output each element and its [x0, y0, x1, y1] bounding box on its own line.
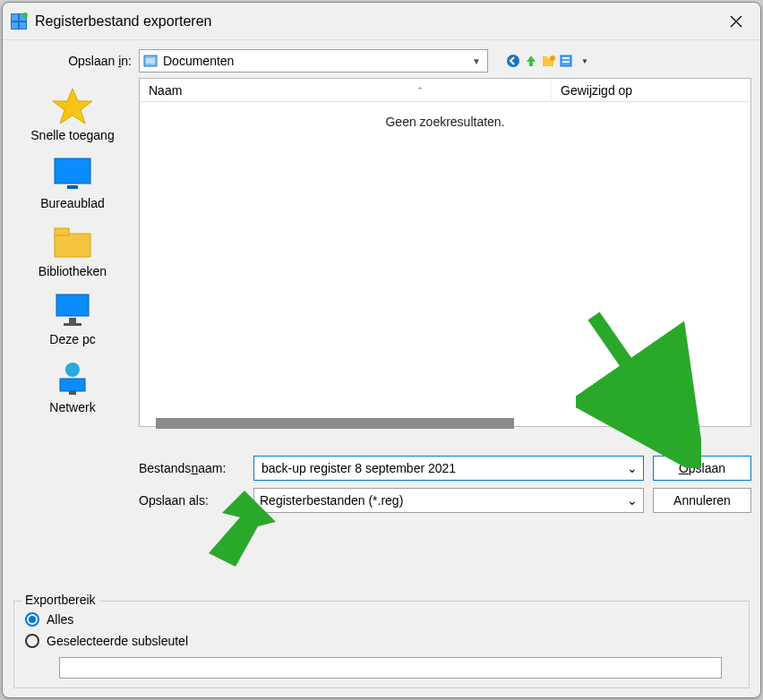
nav-toolbar: ▼ [506, 54, 592, 68]
svg-rect-26 [64, 323, 81, 326]
svg-rect-3 [12, 22, 18, 29]
radio-selected-branch[interactable]: Geselecteerde subsleutel [23, 630, 740, 652]
main-area: Naam ⌃ Gewijzigd op Geen zoekresultaten.… [139, 78, 760, 599]
svg-marker-19 [53, 89, 92, 124]
folder-icon [51, 223, 94, 260]
sidebar-item-label: Bibliotheken [39, 264, 107, 278]
svg-rect-23 [55, 228, 69, 235]
sidebar-item-libraries[interactable]: Bibliotheken [6, 219, 139, 287]
sidebar-item-label: Bureaublad [40, 196, 105, 210]
listview-header: Naam ⌃ Gewijzigd op [140, 79, 750, 102]
network-icon [51, 359, 94, 397]
export-dialog: Registerbestand exporteren Opslaan in: D… [2, 2, 761, 698]
save-in-label: Opslaan in: [13, 54, 132, 68]
svg-rect-20 [55, 158, 90, 184]
star-icon [51, 87, 94, 124]
horizontal-scrollbar-thumb[interactable] [156, 418, 514, 429]
new-folder-icon[interactable] [542, 54, 556, 68]
svg-rect-4 [20, 22, 26, 29]
sidebar-item-label: Netwerk [49, 400, 95, 414]
filename-combobox[interactable]: ⌄ [253, 456, 644, 481]
svg-rect-21 [67, 185, 78, 189]
save-button[interactable]: Opslaan [653, 456, 751, 481]
view-menu-arrow-icon[interactable]: ▼ [578, 54, 592, 68]
up-icon[interactable] [524, 54, 538, 68]
places-sidebar: Snelle toegang Bureaublad Bibliotheken D… [6, 78, 139, 599]
sidebar-item-quick-access[interactable]: Snelle toegang [6, 83, 139, 151]
subkey-path-input[interactable] [59, 657, 722, 679]
radio-all-label: Alles [47, 612, 73, 627]
saveas-label: Opslaan als: [139, 493, 244, 508]
sidebar-item-this-pc[interactable]: Deze pc [6, 287, 139, 355]
svg-point-15 [550, 55, 555, 61]
svg-rect-28 [60, 379, 85, 391]
desktop-icon [51, 155, 94, 192]
export-range-groupbox: Exportbereik Alles Geselecteerde subsleu… [13, 601, 750, 688]
radio-icon [25, 612, 39, 627]
save-in-row: Opslaan in: Documenten ▼ ▼ [3, 40, 760, 78]
form-rows: Bestandsnaam: ⌄ Opslaan Opslaan als: Reg… [139, 427, 751, 529]
titlebar: Registerbestand exporteren [3, 3, 760, 40]
filename-row: Bestandsnaam: ⌄ Opslaan [139, 452, 751, 484]
svg-rect-25 [69, 318, 76, 323]
radio-selected-label: Geselecteerde subsleutel [47, 634, 188, 648]
sort-arrow-icon: ⌃ [416, 86, 542, 95]
column-header-modified[interactable]: Gewijzigd op [552, 79, 750, 101]
chevron-down-icon: ▼ [469, 56, 484, 66]
saveas-combobox[interactable]: Registerbestanden (*.reg) ⌄ [253, 488, 644, 513]
svg-rect-18 [562, 61, 570, 63]
regedit-icon [10, 13, 28, 30]
dialog-body: Snelle toegang Bureaublad Bibliotheken D… [3, 78, 760, 599]
cancel-button[interactable]: Annuleren [653, 488, 751, 513]
radio-icon [25, 634, 39, 648]
svg-point-12 [507, 55, 519, 67]
file-listview[interactable]: Naam ⌃ Gewijzigd op Geen zoekresultaten. [139, 78, 751, 427]
svg-point-5 [22, 13, 28, 18]
svg-point-27 [65, 363, 80, 377]
sidebar-item-label: Deze pc [49, 332, 95, 346]
documents-icon [143, 54, 158, 68]
listview-empty-message: Geen zoekresultaten. [140, 102, 750, 129]
saveas-row: Opslaan als: Registerbestanden (*.reg) ⌄… [139, 484, 751, 516]
sidebar-item-network[interactable]: Netwerk [6, 355, 139, 423]
back-icon[interactable] [506, 54, 520, 68]
save-in-value: Documenten [163, 54, 469, 68]
view-menu-icon[interactable] [560, 54, 574, 68]
svg-rect-22 [55, 234, 90, 257]
column-header-name[interactable]: Naam ⌃ [140, 79, 552, 101]
sidebar-item-label: Snelle toegang [30, 128, 114, 142]
filename-label: Bestandsnaam: [139, 461, 244, 475]
close-button[interactable] [719, 8, 753, 35]
svg-rect-14 [543, 56, 547, 59]
svg-rect-24 [56, 295, 89, 316]
svg-rect-1 [12, 14, 18, 21]
svg-rect-17 [562, 57, 570, 59]
chevron-down-icon[interactable]: ⌄ [627, 461, 638, 475]
sidebar-item-desktop[interactable]: Bureaublad [6, 151, 139, 219]
svg-rect-29 [69, 391, 76, 395]
window-title: Registerbestand exporteren [35, 13, 719, 30]
save-in-dropdown[interactable]: Documenten ▼ [139, 49, 488, 73]
export-range-legend: Exportbereik [21, 593, 99, 607]
saveas-value: Registerbestanden (*.reg) [260, 493, 627, 508]
filename-input[interactable] [260, 460, 627, 476]
monitor-icon [51, 291, 94, 329]
radio-all[interactable]: Alles [23, 609, 740, 630]
chevron-down-icon[interactable]: ⌄ [627, 493, 638, 508]
